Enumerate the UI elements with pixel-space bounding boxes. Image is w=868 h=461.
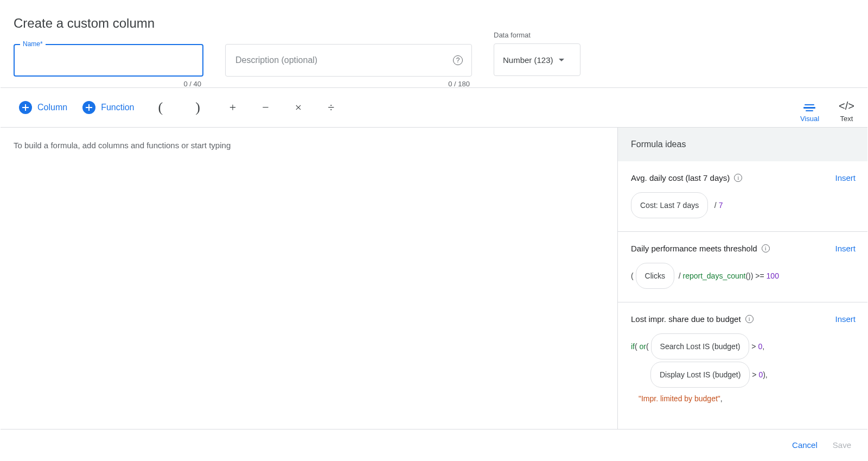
- data-format-label: Data format: [494, 31, 580, 39]
- description-input[interactable]: [234, 55, 449, 66]
- help-icon[interactable]: ?: [453, 55, 463, 65]
- name-field[interactable]: Name*: [14, 44, 203, 77]
- column-button-label: Column: [37, 103, 67, 112]
- formula-function: or: [640, 342, 646, 351]
- formula-ideas-header: Formula ideas: [618, 128, 867, 161]
- formula-text: ()) >=: [745, 271, 766, 280]
- formula-text: /: [710, 201, 719, 210]
- column-chip: Search Lost IS (budget): [651, 333, 750, 359]
- idea-formula: ( Clicks / report_days_count()) >= 100: [631, 262, 856, 290]
- formula-idea: Daily performance meets threshold i Inse…: [618, 232, 867, 302]
- info-icon[interactable]: i: [762, 244, 770, 252]
- plus-icon: [82, 101, 95, 114]
- formula-ideas-panel: Formula ideas Avg. daily cost (last 7 da…: [618, 128, 867, 429]
- name-input[interactable]: [22, 48, 195, 72]
- formula-text: >: [751, 342, 758, 351]
- formula-text: ,: [720, 394, 723, 403]
- text-mode-label: Text: [840, 115, 853, 123]
- divide-operator-button[interactable]: ÷: [315, 88, 347, 127]
- formula-text: ,: [762, 342, 764, 351]
- idea-formula-line2: Display Lost IS (budget) > 0),: [631, 361, 856, 389]
- minus-operator-button[interactable]: −: [249, 88, 282, 127]
- formula-text: (: [631, 271, 636, 280]
- formula-function: if: [631, 342, 635, 351]
- insert-button[interactable]: Insert: [835, 173, 856, 182]
- idea-formula-line3: "Impr. limited by budget",: [631, 389, 856, 408]
- formula-placeholder: To build a formula, add columns and func…: [14, 141, 231, 150]
- page-title: Create a custom column: [14, 16, 854, 31]
- description-field-wrapper: ? 0 / 180: [225, 44, 472, 77]
- name-field-wrapper: Name* 0 / 40: [14, 44, 203, 77]
- add-column-button[interactable]: Column: [11, 88, 75, 127]
- formula-text: (: [635, 342, 640, 351]
- description-counter: 0 / 180: [448, 80, 470, 88]
- column-chip: Cost: Last 7 days: [631, 192, 708, 218]
- formula-text: ),: [763, 370, 768, 379]
- name-counter: 0 / 40: [183, 80, 201, 88]
- insert-button[interactable]: Insert: [835, 244, 856, 253]
- view-toggle: Visual </> Text: [798, 88, 867, 127]
- formula-text: /: [676, 271, 683, 280]
- info-icon[interactable]: i: [745, 315, 754, 323]
- text-mode-button[interactable]: </> Text: [837, 95, 857, 126]
- paren-open-button[interactable]: (: [142, 88, 180, 127]
- formula-function: report_days_count: [682, 271, 745, 280]
- visual-mode-button[interactable]: Visual: [798, 99, 821, 127]
- column-chip: Clicks: [636, 263, 674, 289]
- idea-formula: Cost: Last 7 days / 7: [631, 191, 856, 219]
- formula-idea: Avg. daily cost (last 7 days) i Insert C…: [618, 161, 867, 232]
- dialog-footer: Cancel Save: [1, 429, 867, 460]
- formula-idea: Lost impr. share due to budget i Insert …: [618, 302, 867, 420]
- formula-text: (: [646, 342, 651, 351]
- paren-close-button[interactable]: ): [179, 88, 216, 127]
- cancel-button[interactable]: Cancel: [792, 440, 818, 450]
- function-button-label: Function: [101, 103, 134, 112]
- formula-toolbar: Column Function ( ) + − × ÷ Visual </> T…: [1, 87, 867, 128]
- data-format-select[interactable]: Number (123): [494, 43, 580, 76]
- idea-title: Avg. daily cost (last 7 days): [631, 173, 730, 182]
- formula-number: 7: [719, 201, 723, 210]
- add-function-button[interactable]: Function: [75, 88, 142, 127]
- formula-number: 100: [767, 271, 779, 280]
- data-format-value: Number (123): [503, 55, 553, 65]
- idea-title: Lost impr. share due to budget: [631, 314, 741, 324]
- chevron-down-icon: [559, 59, 564, 61]
- visual-mode-label: Visual: [800, 115, 819, 123]
- formula-editor[interactable]: To build a formula, add columns and func…: [1, 128, 618, 429]
- code-icon: </>: [839, 100, 854, 111]
- insert-button[interactable]: Insert: [835, 314, 856, 324]
- name-label: Name*: [20, 40, 46, 48]
- visual-mode-icon: [803, 104, 815, 112]
- description-field[interactable]: ?: [225, 44, 472, 77]
- data-format-block: Data format Number (123): [494, 31, 580, 76]
- plus-icon: [19, 101, 32, 114]
- info-icon[interactable]: i: [734, 174, 742, 182]
- plus-operator-button[interactable]: +: [216, 88, 249, 127]
- formula-string: "Impr. limited by budget": [639, 394, 720, 403]
- multiply-operator-button[interactable]: ×: [282, 88, 315, 127]
- column-chip: Display Lost IS (budget): [650, 362, 750, 388]
- save-button: Save: [833, 440, 851, 450]
- formula-number: 0: [758, 370, 763, 379]
- formula-text: >: [752, 370, 758, 379]
- idea-formula-line1: if( or( Search Lost IS (budget) > 0,: [631, 332, 856, 361]
- idea-title: Daily performance meets threshold: [631, 244, 757, 253]
